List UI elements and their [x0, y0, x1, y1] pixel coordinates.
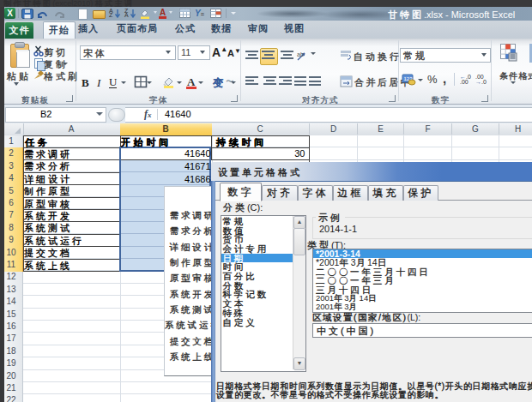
svg-text:ab: ab: [297, 51, 304, 57]
